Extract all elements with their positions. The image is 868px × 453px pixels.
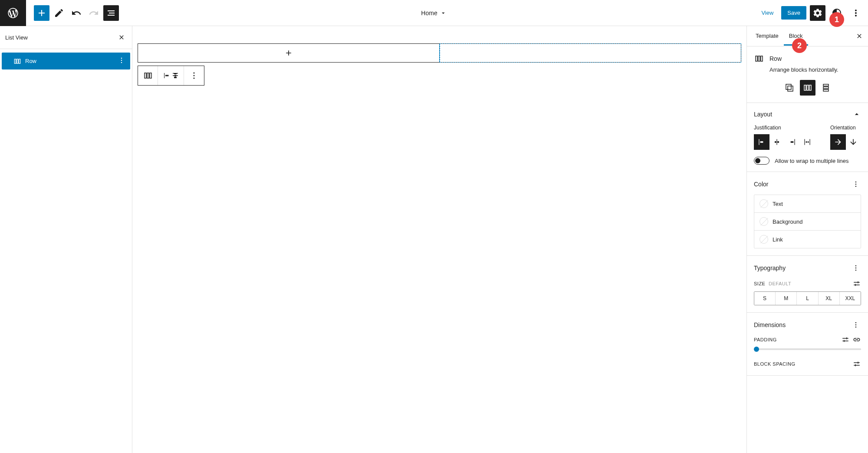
justify-left-icon xyxy=(163,70,171,81)
size-label: SIZE xyxy=(754,281,765,286)
color-title: Color xyxy=(754,181,768,188)
svg-rect-10 xyxy=(823,89,829,91)
color-text-label: Text xyxy=(773,201,783,207)
block-options-button[interactable] xyxy=(184,66,204,85)
size-xl-button[interactable]: XL xyxy=(819,292,840,305)
svg-point-5 xyxy=(194,78,195,79)
layout-panel-toggle[interactable]: Layout xyxy=(754,110,861,119)
block-align-button[interactable] xyxy=(158,66,184,85)
spacing-custom-button[interactable] xyxy=(852,360,861,368)
chevron-down-icon xyxy=(440,10,447,17)
sliders-icon xyxy=(842,336,849,344)
list-item-options-button[interactable] xyxy=(117,56,126,66)
dimensions-title: Dimensions xyxy=(754,321,786,328)
list-item-label: Row xyxy=(25,58,36,64)
justify-left-button[interactable] xyxy=(754,134,769,150)
group-icon xyxy=(784,83,795,93)
size-custom-button[interactable] xyxy=(852,279,861,288)
svg-point-4 xyxy=(194,75,195,76)
svg-rect-8 xyxy=(823,84,829,86)
layout-panel: Layout Justification Orienta xyxy=(747,103,868,172)
size-default-label: DEFAULT xyxy=(769,281,791,286)
top-toolbar: Home View Save 1 xyxy=(0,0,868,26)
size-l-button[interactable]: L xyxy=(797,292,818,305)
sidebar-close-button[interactable] xyxy=(854,31,865,41)
wordpress-logo[interactable] xyxy=(0,0,26,26)
padding-slider[interactable] xyxy=(754,348,861,350)
save-button[interactable]: Save xyxy=(781,6,806,20)
justify-center-icon xyxy=(773,138,781,146)
block-info: Row Arrange blocks horizontally. xyxy=(747,46,868,103)
dimensions-options-button[interactable] xyxy=(851,320,861,330)
row-add-left[interactable] xyxy=(138,44,440,62)
transform-group-button[interactable] xyxy=(782,80,797,96)
color-swatch-empty xyxy=(760,199,768,208)
editor-canvas[interactable] xyxy=(132,26,746,453)
transform-stack-button[interactable] xyxy=(818,80,834,96)
arrow-down-icon xyxy=(849,138,858,146)
row-block[interactable] xyxy=(138,43,741,63)
block-type-button[interactable] xyxy=(138,66,158,85)
size-s-button[interactable]: S xyxy=(754,292,776,305)
size-xxl-button[interactable]: XXL xyxy=(840,292,861,305)
undo-button[interactable] xyxy=(69,5,84,21)
padding-slider-thumb[interactable] xyxy=(754,347,759,352)
block-description: Arrange blocks horizontally. xyxy=(769,66,861,73)
typography-panel-head: Typography xyxy=(754,263,861,273)
redo-button[interactable] xyxy=(86,5,102,21)
row-placeholder-right[interactable] xyxy=(440,43,742,63)
tab-template[interactable]: Template xyxy=(750,26,784,46)
close-icon xyxy=(118,34,125,41)
svg-rect-9 xyxy=(823,87,829,89)
row-icon xyxy=(802,83,813,93)
svg-point-14 xyxy=(855,265,857,267)
color-swatch-empty xyxy=(760,235,768,244)
padding-unlink-button[interactable] xyxy=(852,335,861,344)
size-m-button[interactable]: M xyxy=(776,292,797,305)
stack-icon xyxy=(821,83,831,93)
svg-point-11 xyxy=(855,182,857,183)
size-buttons: S M L XL XXL xyxy=(754,291,861,305)
view-button[interactable]: View xyxy=(757,7,778,19)
listview-panel: List View Row xyxy=(0,26,132,453)
tools-button[interactable] xyxy=(51,5,67,21)
add-block-button[interactable] xyxy=(34,5,49,21)
color-background-item[interactable]: Background xyxy=(754,213,861,231)
color-background-label: Background xyxy=(773,218,802,225)
typography-options-button[interactable] xyxy=(851,263,861,273)
color-link-label: Link xyxy=(773,236,783,243)
color-text-item[interactable]: Text xyxy=(754,195,861,213)
listview-toggle-button[interactable] xyxy=(103,5,119,21)
transform-row-button[interactable] xyxy=(800,80,815,96)
wrap-toggle[interactable] xyxy=(754,157,769,165)
justify-left-icon xyxy=(757,138,766,146)
layout-title: Layout xyxy=(754,111,772,118)
padding-custom-button[interactable] xyxy=(841,335,850,344)
justify-center-button[interactable] xyxy=(769,134,785,150)
color-options-button[interactable] xyxy=(851,179,861,189)
svg-point-13 xyxy=(855,186,857,187)
block-toolbar xyxy=(138,66,204,86)
dots-vertical-icon xyxy=(852,180,860,188)
document-title-label: Home xyxy=(421,10,437,17)
list-item[interactable]: Row xyxy=(2,53,130,69)
padding-label: PADDING xyxy=(754,337,777,342)
more-options-button[interactable] xyxy=(848,5,864,21)
justify-space-between-button[interactable] xyxy=(799,134,815,150)
dimensions-panel-head: Dimensions xyxy=(754,320,861,330)
annotation-1: 1 xyxy=(829,12,844,27)
justify-right-button[interactable] xyxy=(784,134,800,150)
justify-right-icon xyxy=(788,138,796,146)
orientation-horizontal-button[interactable] xyxy=(830,134,846,150)
sliders-icon xyxy=(853,360,861,368)
row-icon xyxy=(13,57,22,66)
sliders-icon xyxy=(853,280,861,288)
orientation-label: Orientation xyxy=(830,125,861,131)
listview-close-button[interactable] xyxy=(116,32,127,43)
settings-button[interactable] xyxy=(810,5,825,21)
typography-title: Typography xyxy=(754,265,786,271)
spacing-label: BLOCK SPACING xyxy=(754,361,796,367)
orientation-vertical-button[interactable] xyxy=(845,134,861,150)
document-title[interactable]: Home xyxy=(421,10,447,17)
color-link-item[interactable]: Link xyxy=(754,231,861,248)
